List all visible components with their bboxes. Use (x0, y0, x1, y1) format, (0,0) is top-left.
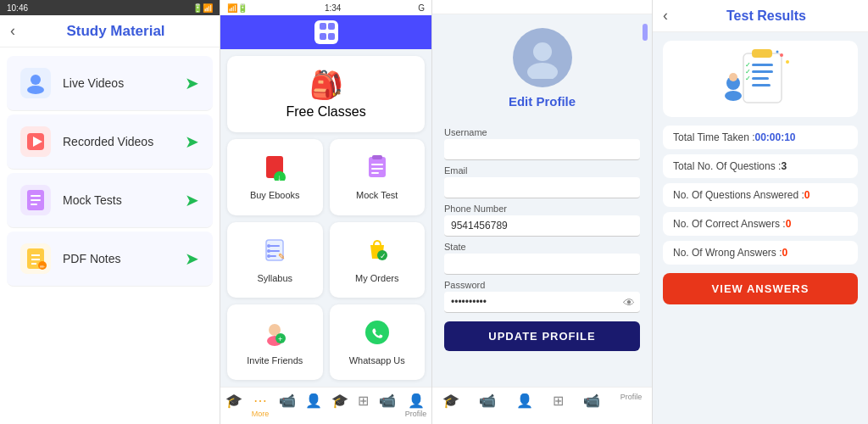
syllabus-icon: ✎ (261, 237, 288, 270)
total-time-value: 00:00:10 (755, 131, 796, 143)
nav-video-3[interactable]: 📹 (479, 393, 496, 419)
nav-profile-3[interactable]: Profile (620, 393, 643, 419)
grid-card-buy-ebooks[interactable]: ↓ Buy Ebooks (227, 139, 323, 215)
nav-courses[interactable]: 🎓 (331, 393, 348, 419)
panel4-title: Test Results (675, 8, 858, 24)
grid-card-mock-test[interactable]: Mock Test (330, 139, 426, 215)
status-bar-1: 10:46 🔋📶 (0, 0, 220, 15)
menu-item-live-videos[interactable]: Live Videos ➤ (7, 56, 213, 111)
status-time-1: 10:46 (7, 3, 28, 13)
syllabus-label: Syllabus (257, 273, 292, 283)
live-videos-label: Live Videos (63, 76, 185, 90)
grid-card-invite-friends[interactable]: + Invite Friends (227, 304, 323, 380)
grid-card-whatsapp-us[interactable]: Whatsapp Us (330, 304, 426, 380)
whatsapp-us-label: Whatsapp Us (349, 355, 405, 365)
svg-point-51 (780, 53, 783, 57)
app-grid: 🎒 Free Classes ↓ Buy Ebooks Mock Test ✎ … (220, 49, 431, 387)
recorded-videos-icon (20, 126, 51, 157)
study-material-panel: 10:46 🔋📶 ‹ Study Material Live Videos ➤ … (0, 0, 220, 424)
status-icons-left: 📶🔋 (227, 3, 248, 13)
nav-video2-3[interactable]: 📹 (583, 393, 600, 419)
eye-icon[interactable]: 👁 (623, 296, 635, 310)
panel1-header: ‹ Study Material (0, 15, 220, 47)
svg-text:✎: ✎ (278, 252, 285, 261)
username-label: Username (444, 127, 640, 137)
mock-tests-label: Mock Tests (63, 193, 185, 207)
results-list: Total Time Taken : 00:00:10 Total No. Of… (663, 126, 858, 265)
panel4-header: ‹ Test Results (653, 0, 868, 32)
nav-person[interactable]: 👤 (305, 393, 322, 419)
nav-video[interactable]: 📹 (279, 393, 296, 419)
phone-input[interactable] (444, 215, 640, 237)
result-row-correct: No. Of Correct Answers : 0 (663, 212, 858, 236)
profile-form: Username Email Phone Number State Passwo… (432, 115, 652, 387)
live-videos-arrow: ➤ (185, 73, 199, 93)
back-button-1[interactable]: ‹ (10, 22, 15, 40)
home-icon-3: 🎓 (442, 393, 459, 409)
panel1-title: Study Material (22, 23, 209, 40)
panel3-header (432, 0, 652, 14)
invite-friends-icon: + (261, 319, 288, 352)
view-answers-button[interactable]: VIEW ANSWERS (663, 273, 858, 304)
password-field-wrapper: 👁 (444, 292, 640, 313)
password-input[interactable] (444, 292, 640, 313)
test-results-panel: ‹ Test Results ✓ ✓ ✓ (653, 0, 868, 424)
avatar-section: Edit Profile (432, 14, 652, 115)
nav-person-3[interactable]: 👤 (516, 393, 533, 419)
svg-point-38 (527, 63, 558, 79)
recorded-videos-label: Recorded Videos (63, 135, 185, 148)
free-classes-label: Free Classes (286, 104, 365, 120)
svg-text:↓: ↓ (277, 173, 281, 181)
grid-dots-icon (314, 20, 338, 44)
menu-item-recorded-videos[interactable]: Recorded Videos ➤ (7, 114, 213, 170)
svg-rect-18 (372, 155, 382, 159)
svg-rect-7 (31, 204, 37, 205)
nav-grid[interactable]: ⊞ (358, 393, 369, 419)
svg-rect-41 (752, 64, 773, 66)
app-home-panel: 📶🔋 1:34 G 🎒 Free Classes ↓ Buy Ebooks Mo… (220, 0, 432, 424)
nav-more[interactable]: ⋯ More (252, 393, 270, 419)
nav-profile[interactable]: 👤 Profile (405, 393, 427, 419)
mock-test-label: Mock Test (356, 190, 398, 200)
svg-point-24 (267, 244, 270, 248)
buy-ebooks-label: Buy Ebooks (250, 190, 300, 200)
more-icon: ⋯ (253, 393, 267, 409)
svg-rect-42 (752, 70, 773, 73)
svg-point-49 (725, 91, 742, 101)
nav-home[interactable]: 🎓 (225, 393, 242, 419)
state-input[interactable] (444, 254, 640, 275)
mock-test-icon (364, 153, 391, 187)
svg-point-52 (786, 60, 789, 64)
free-classes-card[interactable]: 🎒 Free Classes (227, 56, 425, 132)
result-illustration: ✓ ✓ ✓ (663, 41, 858, 117)
menu-list: Live Videos ➤ Recorded Videos ➤ Mock Tes… (0, 47, 220, 424)
svg-point-28 (267, 254, 270, 258)
svg-point-1 (27, 86, 44, 94)
grid-card-my-orders[interactable]: ✓ My Orders (330, 222, 426, 298)
correct-value: 0 (786, 218, 792, 230)
grid-card-syllabus[interactable]: ✎ Syllabus (227, 222, 323, 298)
result-row-answered: No. Of Questions Answered : 0 (663, 183, 858, 207)
nav-home-3[interactable]: 🎓 (442, 393, 459, 419)
back-button-4[interactable]: ‹ (663, 7, 668, 25)
username-input[interactable] (444, 139, 640, 160)
pdf-notes-arrow: ➤ (185, 248, 199, 269)
svg-rect-19 (371, 164, 383, 165)
nav-video2[interactable]: 📹 (379, 393, 396, 419)
menu-item-mock-tests[interactable]: Mock Tests ➤ (7, 173, 213, 228)
menu-item-pdf-notes[interactable]: ✏ PDF Notes ➤ (7, 232, 213, 287)
my-orders-label: My Orders (355, 273, 398, 283)
svg-point-53 (776, 51, 779, 53)
nav-grid-3[interactable]: ⊞ (553, 393, 564, 419)
svg-rect-17 (369, 157, 386, 177)
svg-rect-43 (752, 77, 769, 80)
phone-label: Phone Number (444, 204, 640, 214)
profile-icon: 👤 (408, 393, 425, 409)
panel2-header (220, 15, 431, 49)
free-classes-icon: 🎒 (309, 69, 343, 101)
email-input[interactable] (444, 177, 640, 198)
edit-profile-panel: Edit Profile Username Email Phone Number… (432, 0, 653, 424)
update-profile-button[interactable]: UPDATE PROFILE (444, 321, 640, 351)
svg-text:✓: ✓ (380, 252, 387, 260)
video2-icon: 📹 (379, 393, 396, 409)
